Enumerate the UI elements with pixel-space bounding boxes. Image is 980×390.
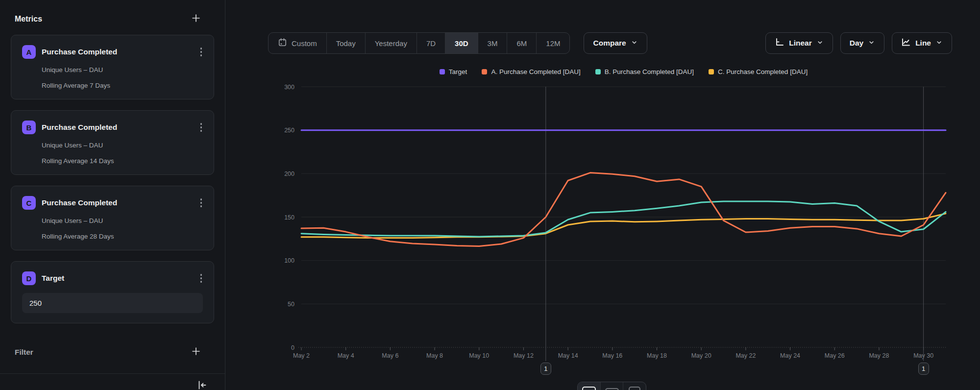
metric-card-b[interactable]: B Purchase Completed Unique Users – DAU … [11, 110, 214, 175]
metric-measure: Unique Users – DAU [42, 217, 203, 224]
sidebar-title: Metrics [15, 15, 42, 24]
granularity-label: Day [850, 39, 863, 48]
legend-item-b[interactable]: B. Purchase Completed [DAU] [595, 68, 694, 75]
kebab-menu-icon[interactable] [199, 196, 203, 209]
date-range-segmented-control: Custom Today Yesterday 7D 30D 3M 6M 12M [268, 32, 570, 54]
target-value-input[interactable] [22, 293, 203, 313]
range-label: Today [336, 39, 356, 48]
range-30d[interactable]: 30D [445, 33, 478, 53]
metric-badge-c: C [22, 196, 36, 210]
date-range-toolbar: Custom Today Yesterday 7D 30D 3M 6M 12M … [268, 32, 647, 54]
sidebar-header: Metrics [0, 0, 225, 24]
x-tick-label: May 14 [558, 352, 578, 359]
range-today[interactable]: Today [326, 33, 365, 53]
range-label: 7D [426, 39, 436, 48]
metric-title: Purchase Completed [42, 123, 117, 132]
collapse-left-icon [196, 380, 207, 390]
chevron-down-icon [935, 39, 943, 48]
x-tick-label: May 28 [869, 352, 889, 359]
x-tick-label: May 10 [469, 352, 489, 359]
legend-label: A. Purchase Completed [DAU] [491, 68, 580, 75]
metric-badge-d: D [22, 271, 36, 285]
y-tick-label: 100 [284, 257, 294, 264]
y-tick-label: 0 [291, 344, 294, 351]
sidebar-footer-divider [0, 373, 225, 374]
range-label: 30D [455, 39, 468, 48]
range-7d[interactable]: 7D [416, 33, 445, 53]
annotation-badge[interactable]: 1 [540, 363, 551, 375]
granularity-select-button[interactable]: Day [840, 32, 884, 54]
legend-swatch [482, 69, 487, 74]
legend-item-target[interactable]: Target [440, 68, 467, 75]
legend-swatch [440, 69, 445, 74]
filter-section: Filter [0, 347, 225, 357]
scale-label: Linear [789, 39, 812, 48]
legend-label: Target [449, 68, 467, 75]
legend-item-c[interactable]: C. Purchase Completed [DAU] [709, 68, 808, 75]
range-6m[interactable]: 6M [507, 33, 536, 53]
chart-size-medium[interactable] [600, 382, 623, 390]
range-yesterday[interactable]: Yesterday [365, 33, 416, 53]
legend-swatch [709, 69, 714, 74]
series-line-b[interactable] [301, 201, 946, 237]
large-rect-icon [582, 387, 596, 390]
chart-size-large[interactable] [578, 382, 600, 390]
x-tick-label: May 22 [735, 352, 756, 359]
scale-select-button[interactable]: Linear [765, 32, 833, 54]
x-tick-label: May 26 [825, 352, 845, 359]
kebab-menu-icon[interactable] [199, 46, 203, 58]
range-3m[interactable]: 3M [478, 33, 507, 53]
chevron-down-icon [868, 39, 875, 48]
metric-measure: Unique Users – DAU [42, 142, 203, 149]
metric-card-c[interactable]: C Purchase Completed Unique Users – DAU … [11, 186, 214, 250]
kebab-menu-icon[interactable] [199, 272, 203, 285]
x-tick-label: May 24 [780, 352, 800, 359]
linear-axis-icon [775, 37, 784, 49]
chart-size-segmented-control [577, 382, 646, 390]
x-tick-label: May 16 [602, 352, 622, 359]
metric-card-a[interactable]: A Purchase Completed Unique Users – DAU … [11, 35, 214, 99]
range-label: Custom [292, 39, 317, 48]
small-rect-icon [629, 387, 640, 390]
plus-icon [192, 14, 200, 24]
metric-badge-b: B [22, 121, 36, 134]
range-12m[interactable]: 12M [536, 33, 569, 53]
filter-label: Filter [15, 348, 33, 357]
x-tick-label: May 2 [293, 352, 310, 359]
metrics-sidebar: Metrics A Purchase Completed Unique User… [0, 0, 225, 390]
x-tick-label: May 18 [647, 352, 667, 359]
medium-rect-icon [605, 388, 619, 390]
y-tick-label: 50 [288, 301, 294, 308]
metric-transform: Rolling Average 14 Days [42, 157, 203, 165]
chart-options-toolbar: Linear Day Line [765, 32, 952, 54]
range-label: Yesterday [375, 39, 407, 48]
metric-title: Purchase Completed [42, 48, 117, 56]
x-tick-label: May 12 [514, 352, 534, 359]
chart-panel: Custom Today Yesterday 7D 30D 3M 6M 12M … [225, 0, 980, 390]
target-card[interactable]: D Target [11, 261, 214, 323]
calendar-icon [278, 38, 287, 49]
range-label: 12M [546, 39, 560, 48]
chart-type-select-button[interactable]: Line [892, 32, 952, 54]
x-tick-label: May 8 [426, 352, 443, 359]
legend-item-a[interactable]: A. Purchase Completed [DAU] [482, 68, 580, 75]
kebab-menu-icon[interactable] [199, 121, 203, 134]
collapse-sidebar-button[interactable] [196, 380, 207, 390]
metric-measure: Unique Users – DAU [42, 66, 203, 73]
x-tick-label: May 6 [382, 352, 398, 359]
add-filter-button[interactable] [192, 347, 200, 357]
legend-label: B. Purchase Completed [DAU] [605, 68, 694, 75]
metric-transform: Rolling Average 28 Days [42, 233, 203, 240]
add-metric-button[interactable] [192, 14, 200, 24]
line-chart-plot: 050100150200250300May 2May 4May 6May 8Ma… [301, 87, 946, 390]
range-custom[interactable]: Custom [269, 33, 326, 53]
metric-transform: Rolling Average 7 Days [42, 82, 203, 89]
x-tick-label: May 20 [691, 352, 711, 359]
y-tick-label: 300 [284, 84, 294, 91]
legend-label: C. Purchase Completed [DAU] [718, 68, 808, 75]
annotation-badge[interactable]: 1 [918, 363, 929, 375]
compare-button[interactable]: Compare [584, 32, 647, 54]
chart-size-small[interactable] [623, 382, 646, 390]
y-tick-label: 200 [284, 171, 294, 177]
y-tick-label: 250 [284, 127, 294, 134]
